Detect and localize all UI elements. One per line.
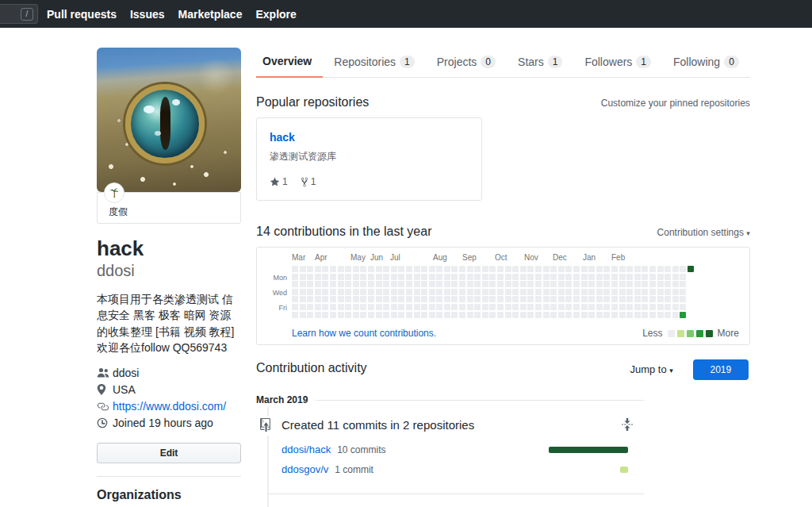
contribution-cell[interactable] (338, 266, 344, 272)
contribution-cell[interactable] (634, 304, 641, 310)
contribution-cell[interactable] (360, 304, 366, 310)
contribution-cell[interactable] (315, 266, 321, 272)
contribution-cell[interactable] (626, 304, 633, 310)
contribution-cell[interactable] (611, 289, 618, 295)
contribution-cell[interactable] (429, 274, 435, 280)
contribution-cell[interactable] (527, 281, 534, 287)
contribution-cell[interactable] (603, 296, 610, 302)
contribution-cell[interactable] (489, 304, 496, 310)
contribution-cell[interactable] (535, 281, 542, 287)
repo-forks[interactable]: 1 (301, 176, 316, 187)
contribution-cell[interactable] (520, 266, 527, 272)
user-status[interactable]: 度假 (97, 192, 241, 224)
contribution-cell[interactable] (338, 281, 344, 287)
contribution-cell[interactable] (665, 312, 671, 318)
contribution-cell[interactable] (573, 266, 580, 272)
contribution-cell[interactable] (436, 266, 442, 272)
contribution-cell[interactable] (550, 312, 557, 318)
contribution-cell[interactable] (657, 281, 664, 287)
contribution-cell[interactable] (459, 266, 465, 272)
contribution-cell[interactable] (611, 304, 618, 310)
contribution-cell[interactable] (467, 289, 473, 295)
contribution-cell[interactable] (520, 281, 527, 287)
contribution-cell[interactable] (619, 274, 626, 280)
contribution-cell[interactable] (414, 289, 420, 295)
contribution-cell[interactable] (414, 274, 420, 280)
contribution-cell[interactable] (535, 312, 542, 318)
contribution-cell[interactable] (368, 274, 374, 280)
contribution-cell[interactable] (581, 266, 588, 272)
contribution-cell[interactable] (330, 266, 336, 272)
contribution-cell[interactable] (558, 304, 565, 310)
contribution-cell[interactable] (497, 289, 504, 295)
contribution-cell[interactable] (665, 266, 671, 272)
contribution-cell[interactable] (558, 281, 565, 287)
contribution-cell[interactable] (391, 296, 397, 302)
contribution-cell[interactable] (360, 281, 366, 287)
contribution-cell[interactable] (626, 266, 633, 272)
contribution-cell[interactable] (345, 281, 351, 287)
contribution-cell[interactable] (368, 289, 374, 295)
contribution-cell[interactable] (596, 281, 603, 287)
contribution-cell[interactable] (642, 266, 648, 272)
contribution-cell[interactable] (672, 266, 679, 272)
contribution-cell[interactable] (482, 274, 488, 280)
contribution-cell[interactable] (330, 281, 336, 287)
profile-avatar[interactable] (97, 48, 241, 192)
jump-to-dropdown[interactable]: Jump to ▾ (630, 363, 672, 375)
contribution-cell[interactable] (338, 274, 344, 280)
contribution-cell[interactable] (596, 274, 603, 280)
contribution-cell[interactable] (315, 281, 321, 287)
contribution-cell[interactable] (489, 274, 496, 280)
contribution-cell[interactable] (520, 274, 527, 280)
contribution-cell[interactable] (383, 289, 389, 295)
contribution-cell[interactable] (360, 274, 366, 280)
contribution-cell[interactable] (588, 274, 595, 280)
contribution-cell[interactable] (474, 289, 481, 295)
contribution-cell[interactable] (467, 296, 473, 302)
contribution-cell[interactable] (345, 312, 351, 318)
contribution-cell[interactable] (292, 274, 298, 280)
contribution-cell[interactable] (505, 266, 511, 272)
contribution-cell[interactable] (360, 312, 366, 318)
contribution-cell[interactable] (459, 312, 465, 318)
contribution-cell[interactable] (565, 289, 572, 295)
contribution-cell[interactable] (565, 312, 572, 318)
contribution-cell[interactable] (680, 274, 686, 280)
contribution-cell[interactable] (345, 296, 351, 302)
contribution-cell[interactable] (619, 281, 626, 287)
contribution-cell[interactable] (505, 312, 511, 318)
learn-contributions-link[interactable]: Learn how we count contributions. (292, 328, 436, 339)
contribution-cell[interactable] (520, 312, 527, 318)
contribution-cell[interactable] (649, 296, 656, 302)
contribution-cell[interactable] (611, 296, 618, 302)
contribution-cell[interactable] (603, 281, 610, 287)
contribution-cell[interactable] (444, 266, 450, 272)
contribution-cell[interactable] (497, 281, 504, 287)
contribution-cell[interactable] (665, 289, 671, 295)
contribution-cell[interactable] (642, 274, 648, 280)
contribution-cell[interactable] (376, 266, 382, 272)
contribution-cell[interactable] (322, 274, 328, 280)
search-input[interactable]: / (0, 4, 38, 24)
contribution-cell[interactable] (444, 289, 450, 295)
contribution-cell[interactable] (398, 312, 404, 318)
contribution-cell[interactable] (338, 312, 344, 318)
contribution-cell[interactable] (307, 296, 313, 302)
tab-overview[interactable]: Overview (256, 48, 323, 78)
nav-item-pull-requests[interactable]: Pull requests (47, 8, 117, 21)
contribution-cell[interactable] (322, 312, 328, 318)
contribution-cell[interactable] (391, 289, 397, 295)
contribution-cell[interactable] (558, 296, 565, 302)
contribution-cell[interactable] (330, 304, 336, 310)
contribution-cell[interactable] (376, 304, 382, 310)
contribution-cell[interactable] (338, 304, 344, 310)
website-link[interactable]: https://www.ddosi.com/ (113, 400, 226, 413)
contribution-cell[interactable] (292, 281, 298, 287)
contribution-cell[interactable] (581, 312, 588, 318)
contribution-cell[interactable] (406, 274, 412, 280)
contribution-cell[interactable] (619, 312, 626, 318)
contribution-cell[interactable] (459, 296, 465, 302)
contribution-cell[interactable] (550, 274, 557, 280)
nav-item-explore[interactable]: Explore (255, 8, 296, 21)
